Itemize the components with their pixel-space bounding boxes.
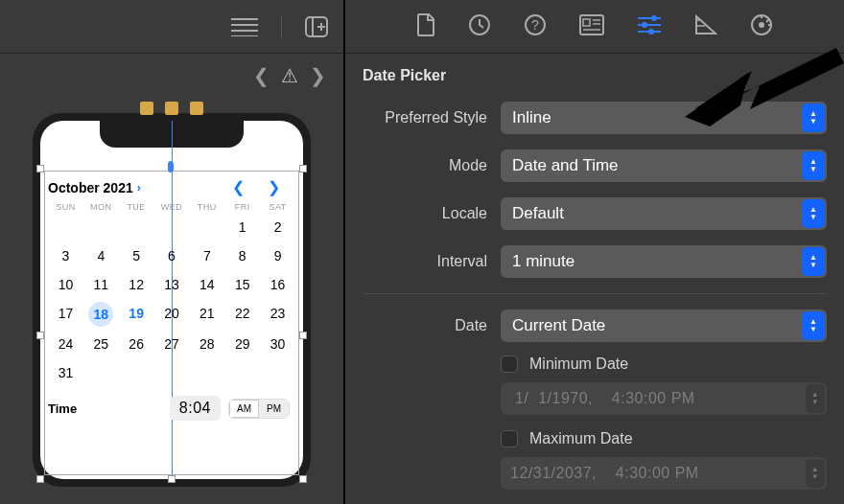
day-cell[interactable]: 3 <box>48 244 83 267</box>
day-cell[interactable]: 30 <box>260 332 295 355</box>
min-date-checkbox[interactable] <box>501 355 518 373</box>
resize-handle[interactable] <box>36 165 44 172</box>
interval-select[interactable]: 1 minute ▲▼ <box>501 245 827 278</box>
resize-handle[interactable] <box>36 332 44 339</box>
day-cell[interactable]: 5 <box>119 244 154 267</box>
chevron-right-icon[interactable]: ❯ <box>310 64 326 87</box>
am-option[interactable]: AM <box>229 400 259 418</box>
day-grid[interactable]: 1234567891011121314151617181920212223242… <box>48 216 295 384</box>
time-label: Time <box>48 401 77 416</box>
day-cell[interactable]: 14 <box>189 273 224 296</box>
day-cell[interactable]: 2 <box>260 216 295 239</box>
preferred-style-select[interactable]: Inline ▲▼ <box>501 102 827 134</box>
mode-select[interactable]: Date and Time ▲▼ <box>501 149 827 182</box>
day-cell[interactable]: 6 <box>154 244 190 267</box>
svg-point-27 <box>759 22 764 28</box>
min-date-field[interactable]: 1/ 1/1970, 4:30:00 PM ▲▼ <box>501 382 827 415</box>
max-date-value: 12/31/2037, 4:30:00 PM <box>510 465 699 482</box>
locale-select[interactable]: Default ▲▼ <box>501 197 827 230</box>
interval-label: Interval <box>363 253 487 270</box>
warning-icon[interactable]: ⚠ <box>281 64 298 87</box>
inspector-pane: ? Date Picker Preferred Style Inline ▲▼ … <box>345 0 844 504</box>
day-cell[interactable]: 24 <box>48 332 83 355</box>
max-date-field[interactable]: 12/31/2037, 4:30:00 PM ▲▼ <box>501 457 827 490</box>
day-cell[interactable]: 18 <box>88 302 113 327</box>
date-picker-preview[interactable]: October 2021 › ❮ ❯ SUNMONTUEWEDTHUFRISAT… <box>48 176 295 421</box>
day-cell[interactable]: 16 <box>260 273 295 296</box>
weekday: FRI <box>224 202 260 212</box>
interval-value: 1 minute <box>512 252 574 271</box>
weekday: SAT <box>260 202 295 212</box>
day-cell[interactable]: 17 <box>48 302 83 327</box>
day-cell[interactable]: 20 <box>154 302 190 327</box>
day-cell <box>48 216 83 239</box>
day-cell[interactable]: 13 <box>154 273 190 296</box>
divider <box>281 14 282 39</box>
help-icon[interactable]: ? <box>524 13 547 40</box>
date-select[interactable]: Current Date ▲▼ <box>501 309 827 342</box>
size-icon[interactable] <box>694 14 717 39</box>
attributes-icon[interactable] <box>637 14 662 39</box>
prev-month-icon[interactable]: ❮ <box>232 178 245 196</box>
day-cell[interactable]: 31 <box>48 361 83 384</box>
locale-label: Locale <box>363 205 487 222</box>
date-label: Date <box>363 317 487 334</box>
day-cell[interactable]: 8 <box>224 244 260 267</box>
day-cell[interactable]: 23 <box>260 302 295 327</box>
chevron-right-icon[interactable]: › <box>137 181 141 195</box>
identity-icon[interactable] <box>579 14 604 39</box>
alignment-icons <box>140 102 203 115</box>
day-cell[interactable]: 25 <box>83 332 119 355</box>
lines-icon[interactable] <box>231 17 258 36</box>
weekday: SUN <box>48 202 83 212</box>
pm-option[interactable]: PM <box>259 400 289 418</box>
connections-icon[interactable] <box>750 13 773 40</box>
align-icon[interactable] <box>190 102 203 115</box>
day-cell[interactable]: 27 <box>154 332 190 355</box>
chevron-left-icon[interactable]: ❮ <box>253 64 270 87</box>
inspector-toolbar: ? <box>345 0 844 54</box>
canvas[interactable]: October 2021 › ❮ ❯ SUNMONTUEWEDTHUFRISAT… <box>0 98 343 504</box>
resize-handle[interactable] <box>299 332 307 339</box>
day-cell[interactable]: 21 <box>189 302 224 327</box>
day-cell[interactable]: 26 <box>119 332 154 355</box>
day-cell[interactable]: 10 <box>48 273 83 296</box>
file-icon[interactable] <box>416 13 435 40</box>
day-cell <box>83 361 119 384</box>
day-cell <box>154 361 190 384</box>
device-frame: October 2021 › ❮ ❯ SUNMONTUEWEDTHUFRISAT… <box>33 113 311 487</box>
day-cell[interactable]: 1 <box>224 216 260 239</box>
resize-handle[interactable] <box>299 165 307 172</box>
day-cell[interactable]: 12 <box>119 273 154 296</box>
time-field[interactable]: 8:04 <box>170 396 221 421</box>
day-cell[interactable]: 9 <box>260 244 295 267</box>
day-cell[interactable]: 29 <box>224 332 260 355</box>
day-cell[interactable]: 7 <box>189 244 224 267</box>
resize-handle[interactable] <box>36 475 44 483</box>
resize-handle[interactable] <box>168 161 174 172</box>
device-screen: October 2021 › ❮ ❯ SUNMONTUEWEDTHUFRISAT… <box>40 121 303 479</box>
resize-handle[interactable] <box>299 475 307 483</box>
add-panel-icon[interactable] <box>305 16 328 37</box>
day-cell[interactable]: 4 <box>83 244 119 267</box>
resize-handle[interactable] <box>168 475 176 483</box>
calendar-title[interactable]: October 2021 <box>48 180 133 195</box>
align-icon[interactable] <box>140 102 153 115</box>
ampm-toggle[interactable]: AM PM <box>228 399 290 419</box>
day-cell[interactable]: 11 <box>83 273 119 296</box>
history-icon[interactable] <box>468 13 491 40</box>
day-cell[interactable]: 22 <box>224 302 260 327</box>
stepper-icon[interactable]: ▲▼ <box>806 459 825 488</box>
stepper-icon[interactable]: ▲▼ <box>806 384 825 413</box>
next-month-icon[interactable]: ❯ <box>268 178 280 196</box>
max-date-checkbox[interactable] <box>501 430 518 447</box>
day-cell[interactable]: 15 <box>224 273 260 296</box>
day-cell[interactable]: 28 <box>189 332 224 355</box>
date-value: Current Date <box>512 316 605 335</box>
day-cell[interactable]: 19 <box>119 302 154 327</box>
align-icon[interactable] <box>165 102 178 115</box>
preferred-style-value: Inline <box>512 108 551 127</box>
breadcrumb[interactable]: ❮ ⚠ ❯ <box>0 54 343 98</box>
separator <box>363 293 827 294</box>
day-cell <box>224 361 260 384</box>
